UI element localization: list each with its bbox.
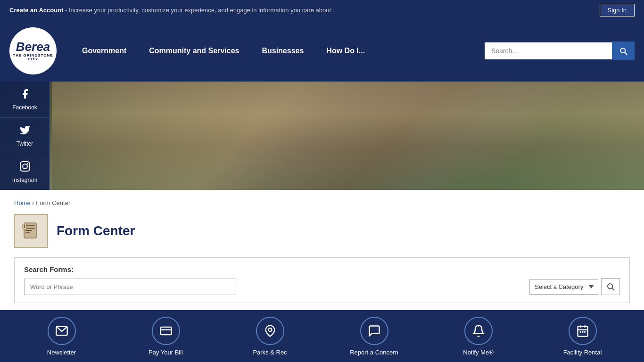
page-title: Form Center (57, 223, 135, 239)
svg-rect-15 (160, 327, 171, 334)
social-sidebar: Facebook Twitter Instagram YouTube (0, 82, 50, 190)
facility-rental-label: Facility Rental (563, 349, 602, 356)
building-overlay (52, 82, 644, 190)
header-search-input[interactable] (485, 42, 612, 59)
nav-community[interactable]: Community and Services (138, 42, 250, 60)
nav-government[interactable]: Government (71, 42, 138, 60)
parks-rec-label: Parks & Rec (253, 349, 287, 356)
svg-line-13 (612, 288, 614, 290)
footer-quicklinks: Newsletter Pay Your Bill Parks & Rec Rep… (0, 310, 644, 362)
logo-text: Berea THE GRINDSTONE CITY (9, 40, 57, 62)
svg-point-17 (268, 328, 272, 331)
social-facebook[interactable]: Facebook (0, 82, 50, 118)
svg-rect-6 (25, 228, 35, 229)
social-twitter[interactable]: Twitter (0, 118, 50, 154)
create-account-link[interactable]: Create an Account (9, 7, 63, 14)
page-header: Form Center (14, 214, 630, 248)
sign-in-button[interactable]: Sign In (600, 4, 635, 16)
report-concern-icon (368, 324, 381, 337)
twitter-icon (19, 124, 31, 139)
svg-point-1 (23, 164, 27, 169)
logo-tagline: THE GRINDSTONE CITY (9, 54, 57, 62)
newsletter-icon-circle (48, 317, 76, 345)
instagram-label: Instagram (12, 177, 37, 183)
facility-rental-icon (576, 324, 589, 337)
pay-bill-label: Pay Your Bill (149, 349, 183, 356)
breadcrumb-home[interactable]: Home (14, 199, 31, 206)
report-concern-label: Report a Concern (350, 349, 398, 356)
svg-rect-8 (25, 232, 30, 233)
footer-report-concern[interactable]: Report a Concern (346, 317, 403, 356)
search-forms-label: Search Forms: (24, 265, 620, 273)
search-icon (619, 46, 628, 56)
main-nav: Government Community and Services Busine… (71, 42, 485, 60)
hero-banner: Facebook Twitter Instagram YouTube (0, 82, 644, 190)
pay-bill-icon (159, 324, 173, 337)
svg-rect-7 (25, 230, 32, 231)
top-bar: Create an Account - Increase your produc… (0, 0, 644, 20)
svg-rect-0 (20, 162, 30, 171)
pay-bill-icon-circle (152, 317, 180, 345)
header-search-button[interactable] (612, 41, 635, 60)
search-forms-row: Select a Category (24, 278, 620, 295)
parks-rec-icon-circle (256, 317, 284, 345)
category-select[interactable]: Select a Category (529, 279, 598, 295)
nav-businesses[interactable]: Businesses (250, 42, 315, 60)
notify-me-label: Notify Me® (463, 349, 493, 356)
svg-point-2 (27, 163, 28, 165)
top-bar-desc: - Increase your productivity, customize … (65, 7, 333, 14)
facebook-icon (19, 88, 31, 102)
facility-rental-icon-circle (569, 317, 597, 345)
footer-newsletter[interactable]: Newsletter (33, 317, 90, 356)
site-header: Berea THE GRINDSTONE CITY Government Com… (0, 20, 644, 82)
logo-circle: Berea THE GRINDSTONE CITY (9, 27, 57, 74)
search-forms-box: Search Forms: Select a Category (14, 257, 630, 303)
footer-facility-rental[interactable]: Facility Rental (554, 317, 611, 356)
instagram-icon (19, 161, 31, 175)
footer-notify-me[interactable]: Notify Me® (450, 317, 507, 356)
report-concern-icon-circle (360, 317, 388, 345)
parks-rec-icon (264, 324, 277, 337)
nav-how-do-i[interactable]: How Do I... (315, 42, 376, 60)
forms-search-button[interactable] (601, 278, 620, 295)
breadcrumb: Home › Form Center (14, 199, 630, 206)
newsletter-label: Newsletter (47, 349, 76, 356)
svg-rect-5 (25, 225, 35, 226)
breadcrumb-sep: › (32, 199, 34, 206)
forms-search-input[interactable] (24, 279, 236, 295)
notify-me-icon (472, 324, 485, 337)
category-select-wrapper: Select a Category (529, 278, 620, 295)
forms-search-icon (606, 282, 615, 291)
facebook-label: Facebook (12, 104, 37, 111)
social-instagram[interactable]: Instagram (0, 154, 50, 190)
newsletter-icon (55, 324, 68, 337)
form-center-icon (22, 222, 41, 240)
notify-me-icon-circle (464, 317, 493, 345)
footer-parks-rec[interactable]: Parks & Rec (242, 317, 298, 356)
form-center-icon-box (14, 214, 48, 248)
header-search (485, 41, 635, 60)
logo-area[interactable]: Berea THE GRINDSTONE CITY (9, 27, 57, 74)
footer-pay-bill[interactable]: Pay Your Bill (138, 317, 194, 356)
breadcrumb-current: Form Center (36, 199, 70, 206)
twitter-label: Twitter (17, 140, 33, 147)
top-bar-message: Create an Account - Increase your produc… (9, 7, 333, 14)
